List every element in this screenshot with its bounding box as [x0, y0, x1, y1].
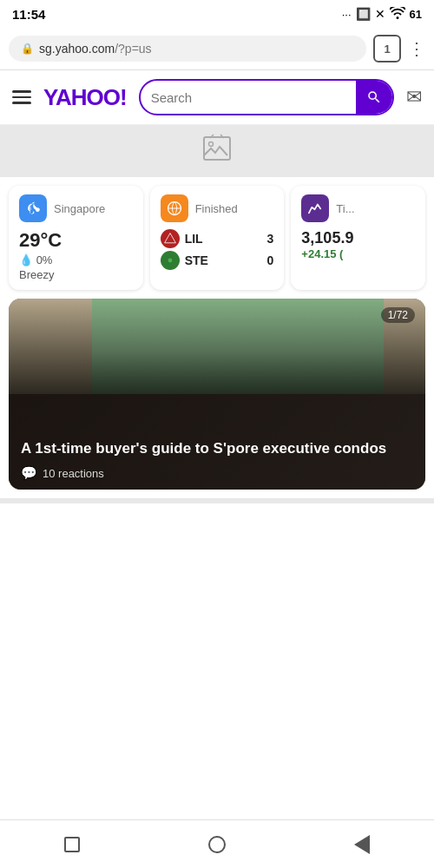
battery-icon: 61 — [410, 8, 422, 21]
widget-row: Singapore 29°C 💧 0% Breezy Finished LIL … — [0, 177, 434, 299]
yahoo-logo: YAHOO! — [43, 84, 127, 111]
team2-row: STE 0 — [161, 251, 274, 270]
sim-icon: 🔲 — [356, 7, 371, 21]
widget-header: Finished — [161, 194, 274, 222]
hamburger-menu[interactable] — [12, 90, 31, 104]
team1-name: LIL — [185, 232, 203, 246]
browser-bar: 🔒 sg.yahoo.com/?p=us 1 ⋮ — [0, 28, 434, 70]
url-main: sg.yahoo.com — [39, 42, 115, 56]
svg-point-1 — [209, 141, 214, 146]
finance-label: Ti... — [336, 202, 354, 215]
image-placeholder — [0, 125, 434, 177]
hamburger-line — [12, 96, 31, 99]
circle-icon — [208, 836, 226, 853]
lock-icon: 🔒 — [21, 43, 34, 55]
nav-back-button[interactable] — [345, 827, 379, 862]
team2-logo — [161, 251, 180, 270]
team2-score: 0 — [267, 253, 274, 267]
search-container[interactable] — [139, 79, 394, 115]
team1-row: LIL 3 — [161, 229, 274, 248]
finance-widget[interactable]: Ti... 3,105.9 +24.15 ( — [291, 186, 425, 290]
url-bar[interactable]: 🔒 sg.yahoo.com/?p=us — [9, 36, 366, 62]
battery-x-icon: ✕ — [375, 7, 385, 21]
status-bar: 11:54 ··· 🔲 ✕ 61 — [0, 0, 434, 28]
news-reactions: 💬 10 reactions — [21, 465, 413, 481]
news-counter: 1/72 — [381, 307, 415, 323]
signal-icon: ··· — [342, 8, 352, 21]
sports-widget[interactable]: Finished LIL 3 STE 0 — [150, 186, 285, 290]
sports-icon — [161, 194, 188, 222]
triangle-icon — [354, 835, 370, 854]
hamburger-line — [12, 90, 31, 93]
finance-icon — [301, 194, 329, 222]
search-button[interactable] — [356, 81, 392, 114]
hamburger-line — [12, 102, 31, 104]
svg-point-5 — [168, 259, 172, 263]
weather-rain: 💧 0% — [19, 253, 133, 266]
url-suffix: /?p=us — [115, 42, 151, 56]
news-card[interactable]: 1/72 A 1st-time buyer's guide to S'pore … — [9, 299, 425, 490]
url-text: sg.yahoo.com/?p=us — [39, 42, 152, 56]
weather-temp: 29°C — [19, 229, 133, 252]
news-title: A 1st-time buyer's guide to S'pore execu… — [21, 439, 413, 458]
square-icon — [64, 837, 80, 852]
news-content: A 1st-time buyer's guide to S'pore execu… — [9, 429, 425, 490]
team1-score: 3 — [267, 232, 274, 246]
svg-marker-3 — [164, 233, 175, 243]
weather-icon — [19, 194, 47, 222]
white-space — [0, 498, 434, 698]
broken-image-icon — [201, 133, 233, 170]
reactions-count: 10 reactions — [43, 467, 104, 480]
team2-name: STE — [185, 253, 208, 267]
reactions-icon: 💬 — [21, 465, 37, 481]
widget-header: Ti... — [301, 194, 415, 222]
raindrop-icon: 💧 — [19, 253, 33, 266]
svg-rect-0 — [204, 137, 230, 160]
wifi-icon — [390, 7, 405, 22]
tab-button[interactable]: 1 — [373, 35, 401, 62]
team1-logo — [161, 229, 180, 248]
more-button[interactable]: ⋮ — [408, 38, 425, 59]
mail-button[interactable]: ✉ — [406, 86, 422, 108]
weather-condition: Breezy — [19, 268, 133, 281]
finance-change: +24.15 ( — [301, 247, 415, 260]
weather-widget[interactable]: Singapore 29°C 💧 0% Breezy — [9, 186, 143, 290]
yahoo-header: YAHOO! ✉ — [0, 70, 434, 125]
sports-label: Finished — [195, 202, 238, 215]
nav-square-button[interactable] — [55, 827, 89, 862]
status-time: 11:54 — [12, 7, 45, 22]
nav-home-button[interactable] — [200, 827, 234, 862]
nav-bar — [0, 819, 434, 868]
search-input[interactable] — [141, 84, 356, 111]
widget-header: Singapore — [19, 194, 133, 222]
status-icons: ··· 🔲 ✕ 61 — [342, 7, 422, 22]
finance-value: 3,105.9 — [301, 229, 415, 247]
weather-label: Singapore — [54, 202, 105, 215]
